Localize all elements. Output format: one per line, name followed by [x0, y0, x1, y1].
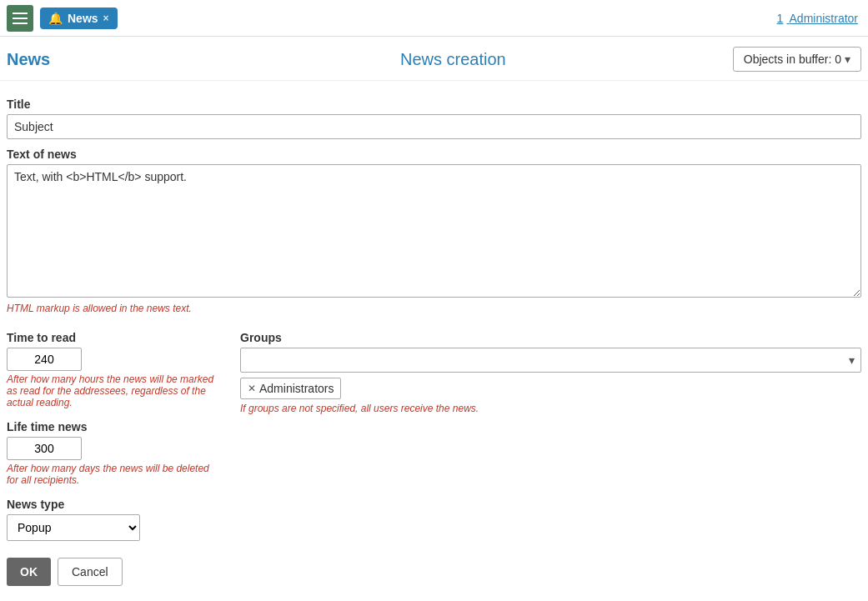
- groups-input[interactable]: [240, 348, 861, 373]
- time-to-read-label: Time to read: [7, 331, 223, 344]
- news-text-input[interactable]: [7, 164, 861, 298]
- groups-dropdown-wrapper: ▾: [240, 348, 861, 373]
- buttons-row: OK Cancel: [7, 558, 861, 599]
- right-col: Groups ▾ ✕ Administrators If groups are …: [240, 323, 861, 541]
- cancel-button[interactable]: Cancel: [58, 558, 123, 586]
- topbar: 🔔 News × 1 Administrator: [0, 0, 868, 37]
- user-name[interactable]: Administrator: [790, 12, 858, 25]
- groups-label: Groups: [240, 331, 861, 344]
- time-to-read-hint: After how many hours the news will be ma…: [7, 373, 223, 408]
- topbar-left: 🔔 News ×: [7, 5, 118, 32]
- page-left-title: News: [7, 50, 173, 69]
- title-label: Title: [7, 98, 861, 111]
- ok-button[interactable]: OK: [7, 558, 51, 586]
- topbar-right: 1 Administrator: [777, 12, 861, 25]
- hamburger-button[interactable]: [7, 5, 33, 32]
- bell-icon: 🔔: [48, 12, 63, 25]
- news-tab: 🔔 News ×: [40, 8, 118, 29]
- tab-close-icon[interactable]: ×: [103, 13, 109, 24]
- life-time-hint: After how many days the news will be del…: [7, 463, 223, 486]
- page-center-title: News creation: [173, 50, 733, 69]
- chevron-down-icon: ▾: [845, 53, 850, 66]
- user-number: 1: [777, 12, 784, 25]
- selected-group-label: Administrators: [259, 382, 334, 395]
- buffer-label: Objects in buffer: 0: [744, 53, 841, 66]
- news-type-label: News type: [7, 498, 223, 511]
- tab-label: News: [68, 12, 98, 25]
- page-header: News News creation Objects in buffer: 0 …: [0, 37, 868, 81]
- life-time-input[interactable]: [7, 437, 82, 460]
- buffer-button[interactable]: Objects in buffer: 0 ▾: [733, 47, 861, 72]
- time-to-read-input[interactable]: [7, 348, 82, 371]
- news-type-select[interactable]: Popup Banner Ticker: [7, 514, 140, 541]
- title-input[interactable]: [7, 114, 861, 139]
- groups-hint: If groups are not specified, all users r…: [240, 403, 861, 414]
- life-time-label: Life time news: [7, 420, 223, 433]
- html-hint: HTML markup is allowed in the news text.: [7, 303, 861, 314]
- selected-group-tag: ✕ Administrators: [240, 378, 341, 399]
- left-col: Time to read After how many hours the ne…: [7, 323, 223, 541]
- two-col-section: Time to read After how many hours the ne…: [7, 323, 861, 541]
- tag-remove-icon[interactable]: ✕: [248, 383, 256, 394]
- text-label: Text of news: [7, 148, 861, 161]
- main-content: Title Text of news HTML markup is allowe…: [0, 81, 868, 601]
